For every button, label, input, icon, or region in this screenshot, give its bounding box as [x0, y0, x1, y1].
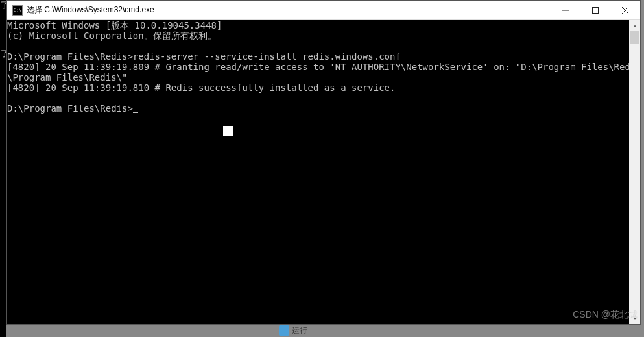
- vertical-scrollbar[interactable]: ▴ ▾: [629, 20, 640, 324]
- svg-rect-1: [593, 7, 599, 13]
- taskbar-fragment: 运行: [279, 324, 307, 337]
- window-title: 选择 C:\Windows\System32\cmd.exe: [27, 5, 551, 16]
- scroll-thumb[interactable]: [630, 31, 639, 44]
- cmd-window: C:\ 选择 C:\Windows\System32\cmd.exe Micro…: [6, 0, 641, 325]
- scroll-up-button[interactable]: ▴: [629, 20, 640, 31]
- close-button[interactable]: [610, 1, 640, 20]
- background-fragment: 了 了: [0, 0, 6, 337]
- scroll-track[interactable]: [629, 31, 640, 313]
- window-controls: [551, 1, 640, 20]
- console-output[interactable]: Microsoft Windows [版本 10.0.19045.3448] (…: [7, 20, 629, 324]
- text-cursor: [133, 112, 138, 113]
- maximize-button[interactable]: [580, 1, 610, 20]
- watermark-text: CSDN @花北城: [573, 309, 638, 321]
- minimize-button[interactable]: [551, 1, 580, 20]
- titlebar[interactable]: C:\ 选择 C:\Windows\System32\cmd.exe: [7, 1, 640, 20]
- task-icon: [279, 325, 289, 336]
- task-label: 运行: [292, 325, 307, 336]
- console-area: Microsoft Windows [版本 10.0.19045.3448] (…: [7, 20, 640, 324]
- selection-block: [223, 126, 233, 136]
- cmd-icon: C:\: [12, 5, 23, 16]
